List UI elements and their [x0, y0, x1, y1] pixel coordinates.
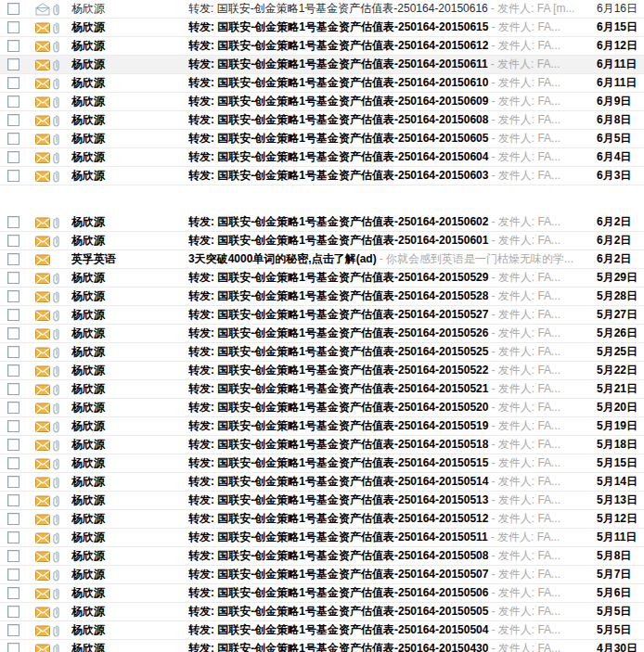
subject-text: 转发: 国联安-创金策略1号基金资产估值表-250164-20150615 — [188, 20, 488, 33]
mail-row[interactable]: 杨欣源 转发: 国联安-创金策略1号基金资产估值表-250164-2015051… — [0, 529, 644, 547]
select-checkbox[interactable] — [7, 77, 19, 89]
select-checkbox[interactable] — [7, 383, 19, 395]
mail-row[interactable]: 英孚英语 3天突破4000单词的秘密,点击了解(ad)- 你就会感到英语是一门枯… — [0, 250, 644, 269]
mail-row[interactable]: 杨欣源 转发: 国联安-创金策略1号基金资产估值表-250164-2015052… — [0, 343, 644, 362]
subject-line: 转发: 国联安-创金策略1号基金资产估值表-250164-20150506- 发… — [188, 585, 597, 601]
snippet-text: - 发件人: FA... — [491, 568, 560, 581]
select-checkbox[interactable] — [7, 96, 19, 108]
mail-row[interactable]: 杨欣源 转发: 国联安-创金策略1号基金资产估值表-250164-2015060… — [0, 93, 644, 111]
mail-row[interactable]: 杨欣源 转发: 国联安-创金策略1号基金资产估值表-250164-2015052… — [0, 362, 644, 380]
select-checkbox[interactable] — [7, 550, 19, 562]
sender-name: 杨欣源 — [71, 381, 188, 397]
mail-row[interactable]: 杨欣源 转发: 国联安-创金策略1号基金资产估值表-250164-2015061… — [0, 56, 644, 74]
snippet-text: - 发件人: FA... — [491, 382, 560, 395]
mail-row[interactable]: 杨欣源 转发: 国联安-创金策略1号基金资产估值表-250164-2015051… — [0, 510, 644, 529]
snippet-text: - 发件人: FA... — [491, 419, 560, 432]
mail-row[interactable]: 杨欣源 转发: 国联安-创金策略1号基金资产估值表-250164-2015052… — [0, 269, 644, 288]
mail-row[interactable]: 杨欣源 转发: 国联安-创金策略1号基金资产估值表-250164-2015050… — [0, 566, 644, 584]
mail-row[interactable]: 杨欣源 转发: 国联安-创金策略1号基金资产估值表-250164-2015043… — [0, 640, 644, 652]
envelope-icon — [35, 606, 50, 619]
select-checkbox[interactable] — [7, 58, 19, 70]
subject-line: 转发: 国联安-创金策略1号基金资产估值表-250164-20150603- 发… — [188, 168, 597, 184]
mail-row[interactable]: 杨欣源 转发: 国联安-创金策略1号基金资产估值表-250164-2015050… — [0, 621, 644, 640]
mail-row[interactable]: 杨欣源 转发: 国联安-创金策略1号基金资产估值表-250164-2015060… — [0, 148, 644, 167]
envelope-closed-icon — [35, 532, 50, 543]
mail-row[interactable]: 杨欣源 转发: 国联安-创金策略1号基金资产估值表-250164-2015050… — [0, 584, 644, 603]
select-checkbox[interactable] — [7, 624, 19, 636]
mail-row[interactable]: 杨欣源 转发: 国联安-创金策略1号基金资产估值表-250164-2015061… — [0, 0, 644, 19]
select-checkbox[interactable] — [7, 402, 19, 414]
mail-row[interactable]: 杨欣源 转发: 国联安-创金策略1号基金资产估值表-250164-2015050… — [0, 603, 644, 621]
snippet-text: - 发件人: FA... — [491, 289, 560, 302]
select-checkbox[interactable] — [7, 114, 19, 126]
envelope-closed-icon — [35, 458, 50, 469]
mail-row[interactable]: 杨欣源 转发: 国联安-创金策略1号基金资产估值表-250164-2015061… — [0, 19, 644, 37]
sender-name: 杨欣源 — [71, 511, 188, 527]
select-checkbox[interactable] — [7, 643, 19, 652]
select-checkbox[interactable] — [7, 420, 19, 432]
subject-line: 转发: 国联安-创金策略1号基金资产估值表-250164-20150520- 发… — [188, 400, 597, 415]
paperclip-icon — [52, 513, 60, 525]
select-checkbox[interactable] — [7, 170, 19, 182]
envelope-closed-icon — [35, 384, 50, 395]
select-checkbox[interactable] — [7, 439, 19, 451]
mail-row[interactable]: 杨欣源 转发: 国联安-创金策略1号基金资产估值表-250164-2015051… — [0, 417, 644, 436]
mail-row[interactable]: 杨欣源 转发: 国联安-创金策略1号基金资产估值表-250164-2015052… — [0, 380, 644, 399]
mail-row[interactable]: 杨欣源 转发: 国联安-创金策略1号基金资产估值表-250164-2015060… — [0, 111, 644, 130]
select-checkbox[interactable] — [7, 21, 19, 33]
select-checkbox[interactable] — [7, 364, 19, 377]
select-checkbox[interactable] — [7, 327, 19, 339]
mail-row[interactable]: 杨欣源 转发: 国联安-创金策略1号基金资产估值表-250164-2015061… — [0, 74, 644, 93]
select-checkbox[interactable] — [7, 606, 19, 618]
paperclip-icon — [52, 494, 60, 506]
select-checkbox[interactable] — [7, 309, 19, 321]
date-label: 6月5日 — [597, 131, 644, 147]
paperclip-icon — [52, 346, 60, 358]
mail-row[interactable]: 杨欣源 转发: 国联安-创金策略1号基金资产估值表-250164-2015051… — [0, 436, 644, 454]
select-checkbox[interactable] — [7, 513, 19, 525]
select-checkbox[interactable] — [7, 346, 19, 358]
subject-text: 转发: 国联安-创金策略1号基金资产估值表-250164-20150611 — [188, 58, 488, 70]
select-checkbox[interactable] — [7, 531, 19, 543]
mail-row[interactable]: 杨欣源 转发: 国联安-创金策略1号基金资产估值表-250164-2015051… — [0, 473, 644, 492]
select-checkbox[interactable] — [7, 272, 19, 284]
paperclip-icon — [52, 606, 60, 618]
select-checkbox[interactable] — [7, 494, 19, 506]
mail-row[interactable]: 杨欣源 转发: 国联安-创金策略1号基金资产估值表-250164-2015052… — [0, 325, 644, 343]
select-checkbox[interactable] — [7, 40, 19, 52]
subject-line: 转发: 国联安-创金策略1号基金资产估值表-250164-20150612- 发… — [188, 38, 597, 54]
envelope-icon — [35, 550, 50, 563]
group-gap — [0, 185, 644, 213]
snippet-text: - 发件人: FA... — [491, 169, 560, 182]
mail-row[interactable]: 杨欣源 转发: 国联安-创金策略1号基金资产估值表-250164-2015060… — [0, 130, 644, 148]
subject-line: 转发: 国联安-创金策略1号基金资产估值表-250164-20150527- 发… — [188, 307, 597, 323]
paperclip-icon — [52, 114, 60, 126]
select-checkbox[interactable] — [7, 216, 19, 228]
select-checkbox[interactable] — [7, 3, 19, 15]
mail-row[interactable]: 杨欣源 转发: 国联安-创金策略1号基金资产估值表-250164-2015060… — [0, 213, 644, 232]
envelope-closed-icon — [35, 403, 50, 414]
select-checkbox[interactable] — [7, 290, 19, 302]
mail-row[interactable]: 杨欣源 转发: 国联安-创金策略1号基金资产估值表-250164-2015052… — [0, 306, 644, 325]
select-checkbox[interactable] — [7, 151, 19, 163]
sender-name: 杨欣源 — [71, 57, 188, 72]
mail-row[interactable]: 杨欣源 转发: 国联安-创金策略1号基金资产估值表-250164-2015050… — [0, 547, 644, 566]
envelope-closed-icon — [35, 78, 50, 89]
mail-row[interactable]: 杨欣源 转发: 国联安-创金策略1号基金资产估值表-250164-2015052… — [0, 399, 644, 417]
select-checkbox[interactable] — [7, 253, 19, 265]
select-checkbox[interactable] — [7, 587, 19, 599]
subject-text: 转发: 国联安-创金策略1号基金资产估值表-250164-20150508 — [188, 549, 488, 562]
select-checkbox[interactable] — [7, 476, 19, 488]
date-label: 5月20日 — [597, 400, 644, 415]
paperclip-icon — [52, 383, 60, 395]
mail-row[interactable]: 杨欣源 转发: 国联安-创金策略1号基金资产估值表-250164-2015060… — [0, 167, 644, 185]
select-checkbox[interactable] — [7, 133, 19, 145]
mail-row[interactable]: 杨欣源 转发: 国联安-创金策略1号基金资产估值表-250164-2015061… — [0, 37, 644, 56]
mail-row[interactable]: 杨欣源 转发: 国联安-创金策略1号基金资产估值表-250164-2015051… — [0, 492, 644, 510]
mail-row[interactable]: 杨欣源 转发: 国联安-创金策略1号基金资产估值表-250164-2015051… — [0, 454, 644, 473]
select-checkbox[interactable] — [7, 235, 19, 247]
mail-row[interactable]: 杨欣源 转发: 国联安-创金策略1号基金资产估值表-250164-2015060… — [0, 232, 644, 250]
select-checkbox[interactable] — [7, 569, 19, 581]
select-checkbox[interactable] — [7, 457, 19, 469]
mail-row[interactable]: 杨欣源 转发: 国联安-创金策略1号基金资产估值表-250164-2015052… — [0, 288, 644, 306]
